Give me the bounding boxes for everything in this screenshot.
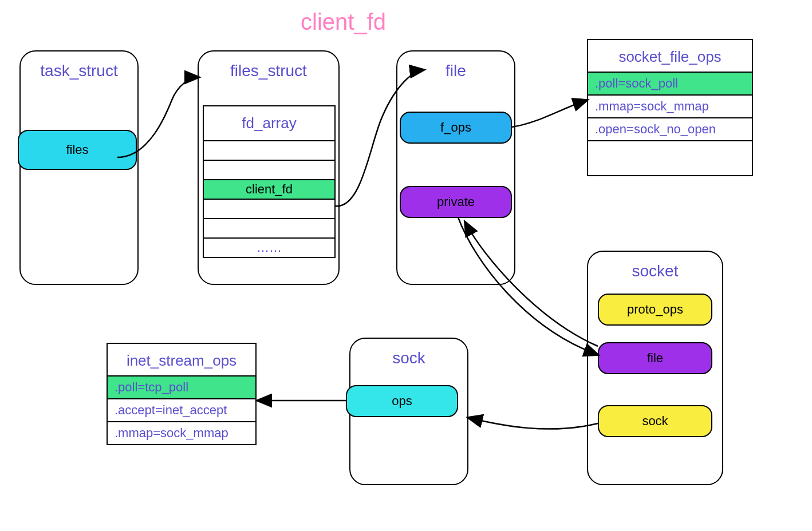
diagram-title: client_fd	[301, 9, 386, 35]
fd-array-label: fd_array	[204, 106, 334, 140]
inet-stream-ops-row-poll: .poll=tcp_poll	[108, 375, 255, 398]
socket-file-ops-row-mmap: .mmap=sock_mmap	[588, 94, 752, 117]
inet-stream-ops-row-mmap: .mmap=sock_mmap	[108, 421, 255, 444]
fd-array-row-clientfd: client_fd	[204, 179, 334, 199]
file-box: file	[396, 50, 515, 285]
task-struct-files-pill: files	[18, 130, 137, 170]
diagram-canvas: client_fd task_struct files files_struct…	[0, 0, 812, 531]
socket-sock-pill: sock	[598, 405, 712, 437]
socket-protoops-pill: proto_ops	[598, 294, 712, 326]
socket-title: socket	[588, 262, 722, 280]
inet-stream-ops-box: inet_stream_ops .poll=tcp_poll .accept=i…	[107, 343, 257, 445]
task-struct-title: task_struct	[21, 62, 137, 80]
sock-title: sock	[350, 349, 467, 367]
fd-array-row-4	[204, 218, 334, 237]
file-title: file	[397, 62, 514, 80]
files-struct-title: files_struct	[199, 62, 338, 80]
sock-ops-pill: ops	[346, 385, 458, 417]
arrow-fops-to-socketfileops	[512, 100, 587, 127]
inet-stream-ops-row-accept: .accept=inet_accept	[108, 398, 255, 421]
file-fops-pill: f_ops	[400, 112, 512, 144]
socket-file-pill: file	[598, 342, 712, 374]
file-private-pill: private	[400, 186, 512, 218]
fd-array-table: fd_array client_fd ……	[203, 105, 336, 258]
fd-array-row-1	[204, 160, 334, 179]
socket-file-ops-row-open: .open=sock_no_open	[588, 117, 752, 141]
fd-array-row-more: ……	[204, 237, 334, 257]
fd-array-row-0	[204, 140, 334, 160]
inet-stream-ops-title: inet_stream_ops	[108, 344, 255, 375]
arrow-socket-sock-to-sock	[468, 418, 598, 429]
socket-file-ops-row-poll: .poll=sock_poll	[588, 72, 752, 94]
socket-file-ops-title: socket_file_ops	[588, 40, 752, 72]
socket-file-ops-box: socket_file_ops .poll=sock_poll .mmap=so…	[587, 39, 753, 176]
fd-array-row-3	[204, 199, 334, 218]
